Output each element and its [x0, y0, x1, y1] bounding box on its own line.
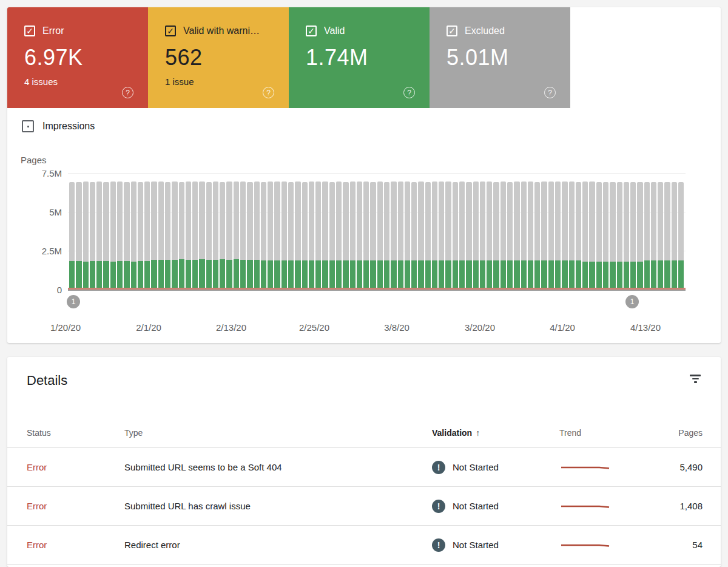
bar-day-44: [370, 173, 376, 290]
table-row[interactable]: ErrorSubmitted URL seems to be a Soft 40…: [7, 448, 721, 487]
column-header-pages[interactable]: Pages: [641, 428, 703, 438]
status-cell: Error: [27, 501, 124, 511]
pages-cell: 54: [641, 540, 703, 550]
table-row[interactable]: ErrorSubmitted URL has crawl issue!Not S…: [7, 487, 721, 526]
x-tick-2-1-20: 2/1/20: [136, 322, 161, 333]
trend-sparkline: [559, 540, 641, 550]
bar-day-46: [384, 173, 389, 290]
card-sub-count: [447, 76, 554, 87]
bar-day-7: [117, 173, 123, 290]
bar-day-50: [411, 173, 417, 290]
bar-day-4: [96, 173, 102, 290]
bar-day-55: [445, 173, 451, 290]
card-sub-count: [306, 76, 414, 87]
bar-day-22: [220, 173, 225, 290]
bar-day-19: [199, 173, 204, 290]
bar-day-14: [165, 173, 170, 290]
bar-day-10: [138, 173, 143, 290]
bar-day-13: [158, 173, 164, 290]
bar-series: [69, 173, 684, 290]
validation-text: Not Started: [453, 462, 499, 472]
chart-annotation-marker-1[interactable]: 1: [67, 295, 80, 308]
x-axis-line: [68, 290, 686, 291]
bar-day-18: [192, 173, 198, 290]
help-icon[interactable]: ?: [263, 87, 274, 98]
bar-day-64: [507, 173, 513, 290]
error-series-line: [68, 288, 686, 290]
filter-icon[interactable]: [687, 370, 704, 387]
y-tick-0: 0: [7, 285, 62, 295]
summary-card-valid[interactable]: ✓Valid1.74M?: [289, 7, 430, 108]
bar-day-0: [69, 173, 75, 290]
type-cell: Submitted URL has crawl issue: [124, 501, 432, 511]
validation-cell: !Not Started: [432, 461, 559, 474]
bar-day-82: [630, 173, 636, 290]
bar-day-33: [295, 173, 300, 290]
bar-day-73: [569, 173, 575, 290]
details-title: Details: [27, 373, 67, 389]
bar-day-16: [179, 173, 184, 290]
bar-day-79: [610, 173, 615, 290]
bar-day-68: [534, 173, 540, 290]
valid-with-warnings-checkbox[interactable]: ✓: [165, 25, 176, 36]
y-tick-7.5M: 7.5M: [7, 168, 62, 178]
bar-day-89: [678, 173, 684, 290]
bar-day-81: [624, 173, 629, 290]
bar-day-6: [110, 173, 116, 290]
summary-card-excluded[interactable]: ✓Excluded5.01M?: [430, 7, 570, 108]
bar-day-34: [302, 173, 308, 290]
bar-day-53: [432, 173, 437, 290]
table-row[interactable]: ErrorRedirect error!Not Started54: [7, 526, 721, 565]
valid-checkbox[interactable]: ✓: [306, 25, 317, 36]
excluded-checkbox[interactable]: ✓: [447, 25, 457, 36]
card-value: 6.97K: [24, 45, 132, 70]
column-header-trend[interactable]: Trend: [559, 428, 641, 438]
card-label: Valid: [324, 25, 345, 36]
status-cell: Error: [27, 540, 124, 550]
bar-day-17: [186, 173, 191, 290]
bar-day-52: [425, 173, 431, 290]
bar-day-59: [473, 173, 479, 290]
column-header-validation[interactable]: Validation↑: [432, 428, 559, 438]
bar-day-37: [322, 173, 328, 290]
column-header-status[interactable]: Status: [27, 428, 124, 438]
bar-day-47: [391, 173, 396, 290]
bar-day-51: [418, 173, 423, 290]
summary-card-valid-with-warnings[interactable]: ✓Valid with warni…5621 issue?: [148, 7, 289, 108]
bar-day-60: [480, 173, 485, 290]
bar-day-75: [582, 173, 588, 290]
error-checkbox[interactable]: ✓: [24, 25, 35, 36]
bar-day-11: [144, 173, 150, 290]
help-icon[interactable]: ?: [544, 87, 556, 98]
coverage-chart-panel: ✓Error6.97K4 issues?✓Valid with warni…56…: [7, 7, 721, 343]
bar-day-61: [487, 173, 492, 290]
bar-day-62: [493, 173, 499, 290]
bar-day-56: [453, 173, 458, 290]
bar-day-80: [617, 173, 622, 290]
bar-day-54: [439, 173, 444, 290]
bar-day-87: [664, 173, 670, 290]
help-icon[interactable]: ?: [122, 87, 133, 98]
bar-day-40: [343, 173, 348, 290]
bar-day-69: [541, 173, 547, 290]
coverage-report-page: ✓Error6.97K4 issues?✓Valid with warni…56…: [0, 0, 728, 567]
bar-day-76: [589, 173, 595, 290]
validation-text: Not Started: [453, 501, 499, 511]
bar-day-36: [315, 173, 321, 290]
bar-day-30: [274, 173, 280, 290]
exclamation-icon: !: [432, 500, 445, 513]
summary-cards: ✓Error6.97K4 issues?✓Valid with warni…56…: [7, 7, 721, 108]
bar-day-1: [76, 173, 81, 290]
bar-day-74: [576, 173, 581, 290]
impressions-checkbox[interactable]: [22, 120, 34, 132]
summary-card-error[interactable]: ✓Error6.97K4 issues?: [7, 7, 148, 108]
column-header-type[interactable]: Type: [124, 428, 432, 438]
bar-day-23: [226, 173, 232, 290]
help-icon[interactable]: ?: [403, 87, 415, 98]
trend-sparkline: [559, 463, 641, 472]
type-cell: Redirect error: [124, 540, 432, 550]
chart-annotation-marker-2[interactable]: 1: [625, 295, 639, 308]
table-header: Status Type Validation↑ Trend Pages: [7, 418, 721, 448]
bar-day-20: [206, 173, 212, 290]
bar-day-12: [151, 173, 157, 290]
